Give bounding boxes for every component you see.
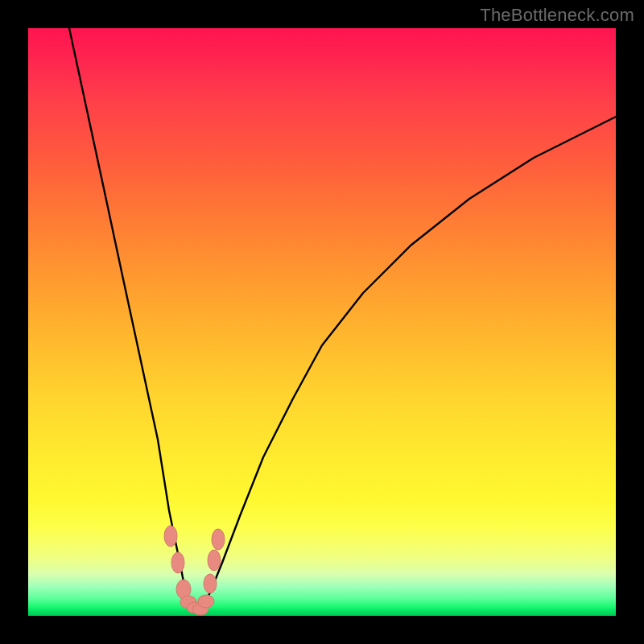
bottleneck-curve bbox=[69, 28, 616, 609]
marker-dot bbox=[208, 550, 221, 571]
marker-dot bbox=[198, 595, 214, 608]
plot-area bbox=[28, 28, 616, 616]
marker-dot bbox=[204, 574, 217, 593]
bottleneck-curve-layer bbox=[28, 28, 616, 616]
marker-cluster bbox=[164, 526, 225, 615]
chart-frame: TheBottleneck.com bbox=[0, 0, 644, 644]
marker-dot bbox=[164, 526, 177, 547]
marker-dot bbox=[171, 552, 184, 573]
marker-dot bbox=[212, 529, 225, 550]
watermark-text: TheBottleneck.com bbox=[480, 5, 634, 26]
